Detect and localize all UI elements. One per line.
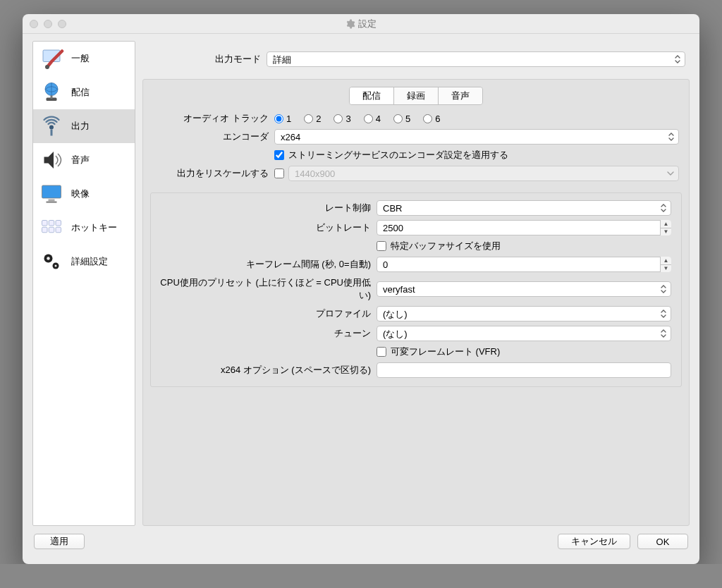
apply-service-settings-label: ストリーミングサービスのエンコーダ設定を適用する — [288, 149, 508, 161]
x264opts-input[interactable] — [377, 362, 671, 378]
subtab-audio[interactable]: 音声 — [439, 87, 482, 104]
bitrate-input[interactable] — [377, 220, 671, 235]
step-down-icon: ▼ — [661, 228, 671, 236]
apply-button[interactable]: 適用 — [34, 534, 85, 549]
rescale-label: 出力をリスケールする — [150, 167, 274, 180]
keyint-label: キーフレーム間隔 (秒, 0=自動) — [158, 258, 377, 271]
svg-rect-8 — [49, 200, 55, 202]
profile-select[interactable]: (なし) — [377, 306, 671, 321]
custom-buffer-label: 特定バッファサイズを使用 — [391, 240, 501, 252]
cancel-button[interactable]: キャンセル — [558, 534, 630, 549]
svg-point-17 — [47, 257, 50, 260]
sidebar-item-general[interactable]: 一般 — [33, 42, 135, 75]
audio-track-label: オーディオ トラック — [150, 112, 274, 125]
sidebar-item-advanced[interactable]: 詳細設定 — [33, 245, 135, 278]
rate-control-label: レート制御 — [158, 202, 377, 214]
profile-label: プロファイル — [158, 307, 377, 320]
audio-track-6[interactable]: 6 — [423, 114, 440, 124]
sidebar-item-hotkeys[interactable]: ホットキー — [33, 211, 135, 245]
svg-point-5 — [49, 125, 54, 130]
encoder-select[interactable]: x264 — [274, 129, 679, 145]
svg-rect-13 — [42, 227, 48, 233]
step-down-icon: ▼ — [661, 265, 671, 273]
svg-rect-9 — [47, 202, 57, 203]
vfr-checkbox[interactable] — [377, 347, 386, 357]
sidebar-item-label: ホットキー — [71, 221, 117, 234]
sidebar-item-label: 音声 — [71, 154, 90, 166]
sidebar-item-stream[interactable]: 配信 — [33, 75, 135, 109]
encoder-settings-panel: レート制御 CBR ビットレート ▲▼ — [150, 192, 682, 387]
output-mode-select[interactable]: 詳細 — [267, 51, 685, 67]
ok-button[interactable]: OK — [637, 534, 688, 549]
speaker-icon — [37, 146, 66, 174]
tune-label: チューン — [158, 327, 377, 340]
sidebar-item-label: 一般 — [71, 52, 90, 65]
subtab-record[interactable]: 録画 — [394, 87, 439, 104]
step-up-icon: ▲ — [661, 257, 671, 265]
x264opts-label: x264 オプション (スペースで区切る) — [158, 364, 377, 376]
tune-select[interactable]: (なし) — [377, 326, 671, 341]
audio-track-5[interactable]: 5 — [393, 114, 410, 124]
sidebar-item-label: 映像 — [71, 188, 90, 200]
preset-select[interactable]: veryfast — [377, 281, 671, 297]
globe-icon — [37, 78, 66, 106]
apply-service-settings-checkbox[interactable] — [274, 150, 284, 160]
window-title: 設定 — [23, 18, 699, 30]
bitrate-label: ビットレート — [158, 221, 377, 234]
audio-track-4[interactable]: 4 — [364, 114, 381, 124]
svg-rect-14 — [49, 227, 54, 233]
svg-rect-15 — [56, 227, 61, 233]
audio-track-radios: 1 2 3 4 5 6 — [274, 114, 440, 124]
svg-rect-11 — [49, 221, 54, 226]
settings-sidebar: 一般 配信 出力 音声 — [32, 41, 135, 526]
rescale-select: 1440x900 — [288, 166, 679, 181]
output-settings-panel: 出力モード 詳細 配信 録画 音声 オーディ — [142, 41, 690, 526]
output-mode-label: 出力モード — [142, 53, 267, 66]
gears-icon — [37, 247, 66, 276]
streaming-output-area: 配信 録画 音声 オーディオ トラック 1 2 3 4 5 — [142, 79, 690, 526]
step-up-icon: ▲ — [661, 220, 671, 228]
dialog-footer: 適用 キャンセル OK — [32, 526, 690, 557]
sidebar-item-label: 出力 — [71, 120, 90, 133]
keyint-input[interactable] — [377, 257, 671, 272]
sidebar-item-output[interactable]: 出力 — [33, 109, 135, 143]
svg-rect-12 — [56, 221, 61, 226]
rate-control-select[interactable]: CBR — [377, 200, 671, 216]
sidebar-item-label: 詳細設定 — [71, 255, 108, 268]
wrench-icon — [37, 44, 66, 73]
keyint-stepper[interactable]: ▲▼ — [660, 257, 671, 272]
svg-point-19 — [55, 265, 57, 267]
audio-track-2[interactable]: 2 — [304, 114, 321, 124]
svg-rect-7 — [42, 185, 61, 198]
audio-track-3[interactable]: 3 — [334, 114, 350, 124]
preset-label: CPU使用のプリセット (上に行くほど = CPU使用低い) — [158, 276, 377, 302]
sidebar-item-audio[interactable]: 音声 — [33, 143, 135, 177]
sidebar-item-label: 配信 — [71, 86, 90, 99]
gear-icon — [345, 19, 355, 29]
output-subtabs: 配信 録画 音声 — [349, 87, 483, 105]
broadcast-icon — [37, 112, 66, 140]
custom-buffer-checkbox[interactable] — [377, 241, 386, 251]
window-title-text: 設定 — [358, 18, 377, 30]
titlebar: 設定 — [23, 14, 699, 34]
svg-point-1 — [45, 65, 49, 69]
monitor-icon — [37, 180, 66, 208]
settings-window: 設定 一般 配信 — [23, 14, 699, 564]
encoder-label: エンコーダ — [150, 130, 274, 143]
sidebar-item-video[interactable]: 映像 — [33, 177, 135, 211]
bitrate-stepper[interactable]: ▲▼ — [660, 220, 671, 235]
audio-track-1[interactable]: 1 — [274, 114, 291, 124]
rescale-checkbox[interactable] — [274, 169, 284, 178]
keyboard-icon — [37, 214, 66, 242]
subtab-stream[interactable]: 配信 — [350, 87, 394, 104]
svg-rect-4 — [51, 96, 53, 99]
svg-rect-6 — [51, 130, 53, 136]
svg-rect-10 — [42, 221, 48, 226]
vfr-label: 可変フレームレート (VFR) — [391, 345, 500, 358]
